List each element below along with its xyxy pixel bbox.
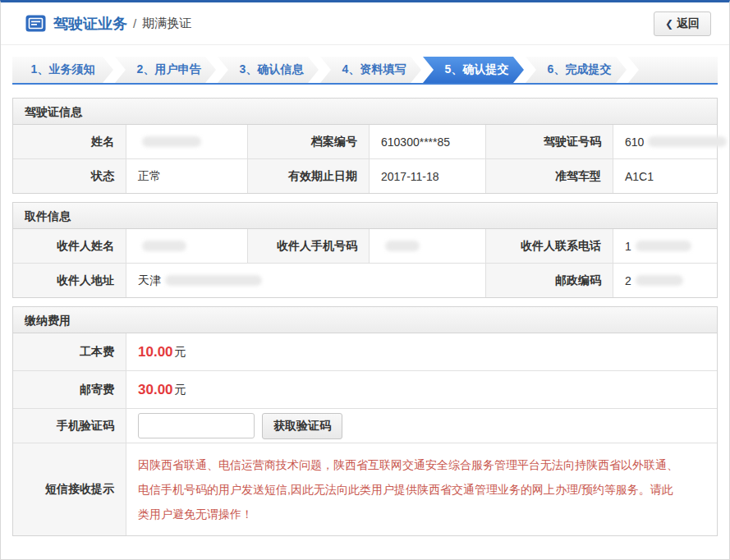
recipient-address-label: 收件人地址 bbox=[13, 264, 126, 297]
step-3-confirm-info: 3、确认信息 bbox=[218, 57, 319, 83]
step-2-user-declaration: 2、用户申告 bbox=[115, 57, 216, 83]
pickup-section-title: 取件信息 bbox=[13, 203, 717, 229]
step-5-confirm-submit-active: 5、确认提交 bbox=[423, 57, 524, 83]
production-fee-value: 10.00元 bbox=[126, 333, 717, 370]
breadcrumb-primary: 驾驶证业务 bbox=[53, 14, 127, 34]
recipient-mobile-value bbox=[370, 229, 486, 263]
recipient-address-value: 天津 bbox=[126, 264, 486, 297]
vehicle-class-value: A1C1 bbox=[613, 159, 717, 193]
production-fee-unit: 元 bbox=[175, 345, 186, 360]
get-code-button[interactable]: 获取验证码 bbox=[262, 413, 342, 439]
back-button-label: 返回 bbox=[677, 16, 700, 30]
table-row: 手机验证码 获取验证码 bbox=[13, 408, 717, 443]
vehicle-class-label: 准驾车型 bbox=[486, 159, 613, 193]
recipient-name-label: 收件人姓名 bbox=[13, 229, 126, 263]
file-number-value: 610300****85 bbox=[370, 125, 486, 158]
redacted-address bbox=[165, 275, 262, 286]
table-row: 收件人姓名 收件人手机号码 收件人联系电话 1 bbox=[13, 229, 717, 263]
redacted-phone bbox=[636, 241, 691, 251]
redacted-postal-code bbox=[636, 275, 683, 286]
sms-code-cell: 获取验证码 bbox=[126, 409, 717, 443]
production-fee-amount: 10.00 bbox=[138, 344, 173, 360]
license-number-value: 610 bbox=[613, 125, 727, 158]
sms-code-label: 手机验证码 bbox=[13, 409, 126, 443]
header-bar: 驾驶证业务 / 期满换证 ❮返回 bbox=[1, 2, 729, 45]
file-number-label: 档案编号 bbox=[248, 125, 370, 158]
table-row: 状态 正常 有效期止日期 2017-11-18 准驾车型 A1C1 bbox=[13, 158, 717, 193]
redacted-recipient-name bbox=[142, 241, 186, 251]
license-info-section: 驾驶证信息 姓名 档案编号 610300****85 驾驶证号码 610 状态 … bbox=[12, 98, 718, 194]
sms-notice-text: 因陕西省联通、电信运营商技术问题，陕西省互联网交通安全综合服务管理平台无法向持陕… bbox=[126, 443, 717, 535]
step-bar-filler bbox=[628, 57, 718, 83]
name-label: 姓名 bbox=[13, 125, 126, 158]
status-value: 正常 bbox=[126, 159, 248, 193]
sms-notice-label: 短信接收提示 bbox=[13, 443, 126, 535]
redacted-license-number bbox=[648, 136, 727, 147]
mailing-fee-unit: 元 bbox=[175, 383, 186, 397]
fees-section: 缴纳费用 工本费 10.00元 邮寄费 30.00元 手机验证码 获取验证码 短… bbox=[12, 306, 718, 536]
license-card-icon bbox=[25, 15, 46, 32]
step-1-business-notice: 1、业务须知 bbox=[12, 57, 113, 83]
mailing-fee-amount: 30.00 bbox=[138, 382, 173, 398]
recipient-mobile-label: 收件人手机号码 bbox=[248, 229, 370, 263]
back-button[interactable]: ❮返回 bbox=[654, 11, 711, 36]
breadcrumb-divider: / bbox=[133, 16, 136, 30]
table-row: 邮寄费 30.00元 bbox=[13, 370, 717, 408]
name-value bbox=[126, 125, 248, 158]
back-chevron-icon: ❮ bbox=[665, 18, 673, 30]
production-fee-label: 工本费 bbox=[13, 333, 126, 370]
pickup-info-section: 取件信息 收件人姓名 收件人手机号码 收件人联系电话 1 收件人地址 天津 邮政… bbox=[12, 202, 718, 298]
recipient-phone-label: 收件人联系电话 bbox=[486, 229, 613, 263]
mailing-fee-value: 30.00元 bbox=[126, 371, 717, 408]
postal-code-label: 邮政编码 bbox=[486, 264, 613, 297]
step-wizard: 1、业务须知 2、用户申告 3、确认信息 4、资料填写 5、确认提交 6、完成提… bbox=[12, 57, 718, 85]
redacted-mobile bbox=[385, 241, 420, 251]
table-row: 工本费 10.00元 bbox=[13, 333, 717, 370]
table-row: 收件人地址 天津 邮政编码 2 bbox=[13, 263, 717, 297]
recipient-name-value bbox=[126, 229, 248, 263]
license-section-title: 驾驶证信息 bbox=[13, 99, 717, 125]
license-number-label: 驾驶证号码 bbox=[486, 125, 613, 158]
table-row: 姓名 档案编号 610300****85 驾驶证号码 610 bbox=[13, 125, 717, 158]
status-label: 状态 bbox=[13, 159, 126, 193]
fees-section-title: 缴纳费用 bbox=[13, 307, 717, 333]
mailing-fee-label: 邮寄费 bbox=[13, 371, 126, 408]
expiry-date-value: 2017-11-18 bbox=[370, 159, 486, 193]
recipient-phone-value: 1 bbox=[613, 229, 717, 263]
step-6-complete-submit: 6、完成提交 bbox=[526, 57, 627, 83]
postal-code-value: 2 bbox=[613, 264, 717, 297]
page-panel: 驾驶证业务 / 期满换证 ❮返回 1、业务须知 2、用户申告 3、确认信息 4、… bbox=[0, 0, 730, 560]
table-row: 短信接收提示 因陕西省联通、电信运营商技术问题，陕西省互联网交通安全综合服务管理… bbox=[13, 443, 717, 535]
redacted-name bbox=[142, 136, 201, 147]
sms-code-input[interactable] bbox=[138, 413, 255, 438]
expiry-date-label: 有效期止日期 bbox=[248, 159, 370, 193]
breadcrumb-secondary: 期满换证 bbox=[142, 16, 191, 31]
step-4-fill-data: 4、资料填写 bbox=[320, 57, 421, 83]
